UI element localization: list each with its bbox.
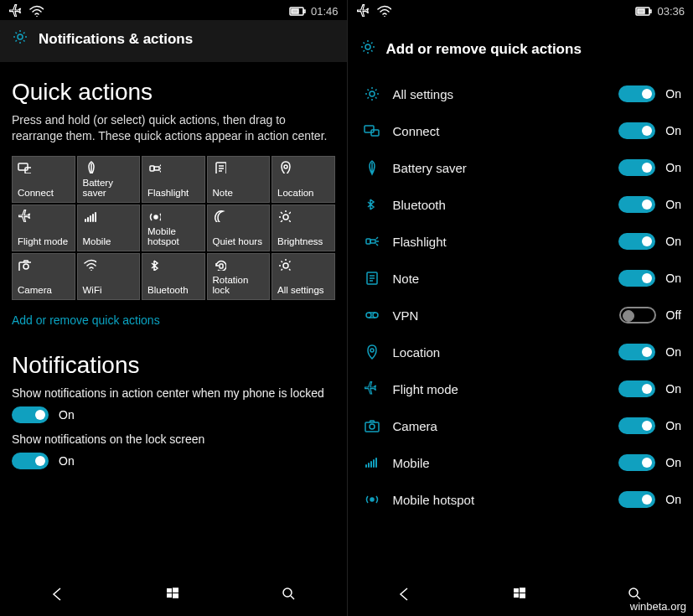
gear-icon (277, 257, 329, 271)
item-label: Flashlight (385, 235, 619, 249)
battery-icon (635, 3, 652, 19)
quick-action-tile[interactable]: Location (272, 156, 335, 203)
toggle-state: On (665, 382, 681, 396)
toggle[interactable] (618, 270, 655, 287)
toggle[interactable] (12, 406, 49, 423)
signal-icon (83, 209, 135, 222)
item-label: Connect (385, 124, 619, 138)
quick-action-tile[interactable]: Flashlight (142, 156, 205, 203)
toggle[interactable] (618, 196, 655, 213)
tile-label: Mobile hotspot (147, 226, 199, 247)
quick-action-toggle-row: Flashlight On (359, 223, 682, 260)
toggle-state: On (665, 345, 681, 359)
toggle[interactable] (618, 233, 655, 250)
add-remove-link[interactable]: Add or remove quick actions (12, 313, 160, 327)
search-button[interactable] (280, 585, 298, 607)
quick-actions-grid: Connect Battery saver Flashlight Note Lo… (12, 156, 335, 300)
toggle[interactable] (618, 417, 655, 434)
item-label: Bluetooth (385, 198, 619, 212)
quick-actions-heading: Quick actions (12, 79, 335, 106)
quick-action-tile[interactable]: Bluetooth (142, 253, 205, 300)
flashlight-icon (359, 233, 385, 250)
back-button[interactable] (49, 585, 67, 607)
airplane-icon (359, 380, 385, 397)
toggle-state: On (665, 161, 681, 174)
quick-action-toggle-row: Mobile hotspot On (359, 481, 682, 518)
quick-action-toggle-row: VPN Off (359, 297, 682, 334)
bluetooth-icon (147, 257, 199, 271)
quick-action-toggle-row: Bluetooth On (359, 186, 682, 223)
quick-action-tile[interactable]: WiFi (77, 253, 141, 300)
camera-icon (18, 257, 70, 271)
phone-left: 01:46 Notifications & actions Quick acti… (0, 0, 348, 616)
quick-action-tile[interactable]: Rotation lock (207, 253, 271, 300)
toggle[interactable] (618, 122, 655, 139)
quick-actions-toggle-list: All settings On Connect On Battery saver… (359, 75, 682, 518)
wifi-icon (28, 3, 44, 19)
notification-setting: Show notifications in action center when… (12, 386, 335, 423)
toggle-state: On (665, 124, 681, 137)
toggle[interactable] (12, 453, 49, 469)
page-header: Add or remove quick actions (348, 20, 694, 75)
camera-icon (359, 417, 385, 434)
toggle-state: On (665, 198, 681, 211)
quick-action-tile[interactable]: Quiet hours (207, 204, 271, 251)
hotspot-icon (147, 209, 199, 222)
notification-setting: Show notifications on the lock screen On (12, 432, 335, 469)
tile-label: Battery saver (83, 178, 135, 199)
toggle[interactable] (619, 307, 656, 324)
quick-action-tile[interactable]: Battery saver (77, 156, 141, 203)
quick-action-tile[interactable]: Brightness (272, 204, 335, 251)
toggle-state: On (665, 493, 681, 506)
rotation-lock-icon (213, 257, 265, 271)
item-label: Location (385, 345, 619, 360)
nav-bar (0, 575, 347, 616)
brightness-icon (277, 209, 329, 222)
toggle[interactable] (618, 380, 655, 397)
quick-action-tile[interactable]: Flight mode (12, 204, 75, 251)
tile-label: Quiet hours (213, 236, 265, 247)
airplane-icon (8, 3, 23, 19)
item-label: Mobile hotspot (385, 493, 619, 507)
status-bar: 01:46 (0, 0, 347, 20)
item-label: Mobile (385, 456, 619, 470)
moon-icon (213, 209, 265, 222)
quick-action-toggle-row: Connect On (359, 112, 682, 149)
toggle-state: Off (666, 308, 681, 322)
toggle[interactable] (618, 85, 655, 102)
location-icon (277, 160, 329, 173)
toggle-state: On (59, 454, 75, 468)
battery-icon (289, 3, 306, 19)
tile-label: Bluetooth (147, 285, 199, 296)
quick-action-tile[interactable]: Camera (12, 253, 75, 300)
toggle[interactable] (618, 344, 655, 360)
item-label: Battery saver (385, 161, 619, 175)
quick-action-tile[interactable]: All settings (272, 253, 335, 300)
connect-icon (18, 160, 70, 173)
tile-label: Connect (18, 188, 70, 199)
airplane-icon (18, 209, 70, 222)
quick-action-toggle-row: Flight mode On (359, 370, 682, 407)
page-header: Notifications & actions (0, 20, 347, 62)
start-button[interactable] (164, 585, 183, 607)
tile-label: All settings (277, 285, 329, 296)
quick-action-tile[interactable]: Connect (12, 156, 75, 203)
gear-icon (12, 28, 30, 50)
quick-action-tile[interactable]: Mobile (77, 204, 141, 251)
toggle[interactable] (618, 454, 655, 471)
quick-action-tile[interactable]: Mobile hotspot (142, 204, 205, 251)
page-title: Notifications & actions (39, 31, 193, 48)
toggle-state: On (665, 87, 681, 101)
back-button[interactable] (396, 585, 414, 607)
start-button[interactable] (511, 585, 530, 607)
quick-action-tile[interactable]: Note (207, 156, 271, 203)
gear-icon (359, 39, 378, 60)
wifi-icon (83, 257, 135, 271)
toggle[interactable] (618, 159, 655, 176)
toggle[interactable] (618, 491, 655, 508)
gear-icon (359, 85, 385, 102)
note-icon (359, 270, 385, 287)
quick-action-toggle-row: Location On (359, 334, 682, 370)
status-time: 03:36 (657, 5, 685, 18)
airplane-icon (356, 3, 371, 19)
